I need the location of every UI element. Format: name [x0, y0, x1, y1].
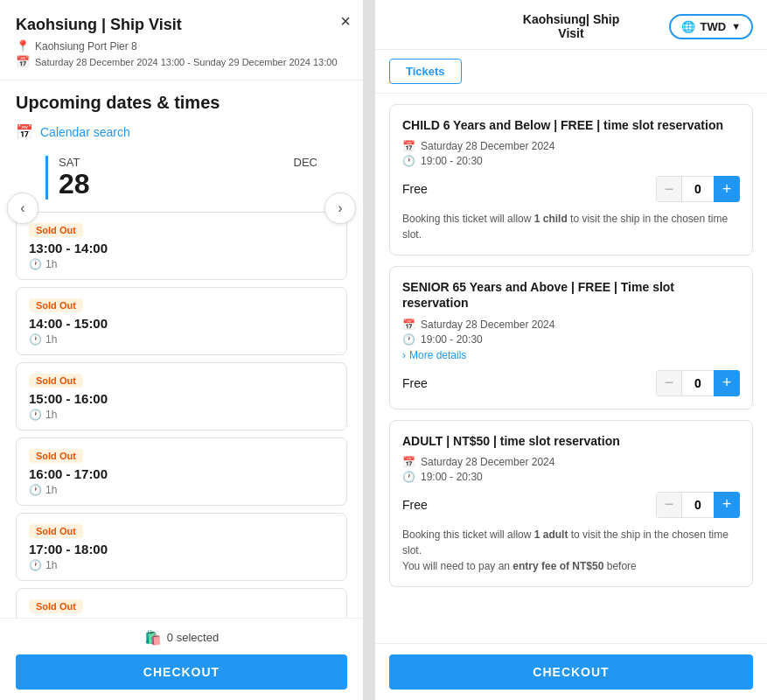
time-range: 13:00 - 14:00 [29, 241, 334, 256]
ticket-title-child: CHILD 6 Years and Below | FREE | time sl… [402, 117, 740, 133]
location-text: Kaohsiung Port Pier 8 [35, 40, 137, 52]
day-number: 28 [59, 169, 317, 200]
globe-icon: 🌐 [681, 20, 695, 33]
more-details-row[interactable]: › More details [402, 349, 740, 361]
clock-icon: 🕐 [29, 409, 42, 421]
ticket-price-child: Free [402, 182, 428, 196]
ticket-price-adult: Free [402, 498, 428, 512]
calendar-icon-small: 📅 [16, 55, 30, 68]
panel-divider [363, 0, 375, 700]
qty-plus-adult[interactable]: + [714, 492, 740, 518]
qty-value-adult: 0 [682, 492, 714, 518]
selected-count-text: 0 selected [167, 631, 219, 644]
sold-out-badge: Sold Out [29, 599, 83, 613]
time-slot-card[interactable]: Sold Out 16:00 - 17:00 🕐 1h [16, 438, 347, 506]
day-name: SAT [59, 156, 80, 169]
currency-button[interactable]: 🌐 TWD ▼ [669, 14, 754, 39]
time-range: 17:00 - 18:00 [29, 542, 334, 556]
ticket-price-row-child: Free − 0 + [402, 176, 740, 202]
ticket-date-text: Saturday 28 December 2024 [421, 456, 554, 468]
selected-count-row: 🛍️ 0 selected [144, 629, 219, 646]
quantity-control-adult: − 0 + [656, 492, 740, 518]
duration-row: 🕐 1h [29, 559, 334, 571]
duration: 1h [45, 258, 57, 270]
calendar-search-icon: 📅 [16, 123, 33, 140]
ticket-time-child: 🕐 19:00 - 20:30 [402, 155, 740, 167]
duration-row: 🕐 1h [29, 333, 334, 346]
right-panel: Kaohsiung| Ship Visit 🌐 TWD ▼ Tickets CH… [375, 0, 767, 700]
right-footer: CHECKOUT [375, 643, 767, 700]
qty-plus-child[interactable]: + [714, 176, 740, 202]
ticket-title-adult: ADULT | NT$50 | time slot reservation [402, 433, 740, 449]
time-range: 16:00 - 17:00 [29, 466, 334, 481]
partial-time-slot[interactable]: Sold Out [16, 588, 347, 618]
ticket-card-child: CHILD 6 Years and Below | FREE | time sl… [389, 104, 753, 256]
sold-out-badge: Sold Out [29, 524, 83, 538]
clock-icon: 🕐 [29, 559, 42, 571]
clock-icon: 🕐 [402, 333, 415, 346]
ticket-time-adult: 🕐 19:00 - 20:30 [402, 471, 740, 483]
upcoming-title: Upcoming dates & times [16, 93, 347, 113]
duration: 1h [45, 559, 57, 571]
ticket-time-text: 19:00 - 20:30 [421, 471, 483, 483]
date-range-text: Saturday 28 December 2024 13:00 - Sunday… [35, 57, 338, 67]
calendar-icon: 📅 [402, 140, 415, 152]
close-button[interactable]: × [340, 12, 351, 30]
sold-out-badge: Sold Out [29, 449, 83, 463]
ticket-title-senior: SENIOR 65 Years and Above | FREE | Time … [402, 279, 740, 311]
qty-minus-adult[interactable]: − [656, 492, 682, 518]
chevron-down-icon: ▼ [731, 21, 741, 32]
right-title: Kaohsiung| Ship Visit [511, 12, 632, 40]
ticket-price-row-adult: Free − 0 + [402, 492, 740, 518]
clock-icon: 🕐 [29, 484, 42, 496]
qty-minus-senior[interactable]: − [656, 370, 682, 396]
currency-label: TWD [701, 20, 727, 33]
time-range: 15:00 - 16:00 [29, 391, 334, 406]
month-name: DEC [294, 156, 317, 169]
checkout-button-right[interactable]: CHECKOUT [389, 654, 753, 690]
right-header: Kaohsiung| Ship Visit 🌐 TWD ▼ [375, 0, 767, 50]
checkout-button-left[interactable]: CHECKOUT [16, 654, 347, 690]
ticket-card-senior: SENIOR 65 Years and Above | FREE | Time … [389, 266, 753, 409]
calendar-search-label: Calendar search [40, 125, 130, 139]
ticket-cards-container: CHILD 6 Years and Below | FREE | time sl… [375, 94, 767, 643]
duration-row: 🕐 1h [29, 484, 334, 496]
time-slot-card[interactable]: Sold Out 14:00 - 15:00 🕐 1h [16, 287, 347, 355]
clock-icon: 🕐 [29, 258, 42, 270]
ticket-price-row-senior: Free − 0 + [402, 370, 740, 396]
ticket-date-text: Saturday 28 December 2024 [421, 318, 554, 331]
date-row: 📅 Saturday 28 December 2024 13:00 - Sund… [16, 55, 347, 68]
calendar-icon: 📅 [402, 318, 415, 331]
ticket-time-text: 19:00 - 20:30 [421, 333, 483, 346]
ticket-date-child: 📅 Saturday 28 December 2024 [402, 140, 740, 152]
ticket-price-senior: Free [402, 376, 428, 390]
date-label-block: SAT DEC 28 [45, 156, 317, 200]
qty-minus-child[interactable]: − [656, 176, 682, 202]
time-slot-card[interactable]: Sold Out 13:00 - 14:00 🕐 1h [16, 212, 347, 280]
time-slot-card[interactable]: Sold Out 15:00 - 16:00 🕐 1h [16, 362, 347, 430]
prev-date-button[interactable]: ‹ [7, 192, 38, 224]
left-footer: 🛍️ 0 selected CHECKOUT [0, 618, 363, 700]
ticket-time-senior: 🕐 19:00 - 20:30 [402, 333, 740, 346]
time-range: 14:00 - 15:00 [29, 316, 334, 331]
clock-icon: 🕐 [29, 333, 42, 346]
calendar-search-row[interactable]: 📅 Calendar search [16, 123, 347, 140]
upcoming-section: Upcoming dates & times 📅 Calendar search [0, 80, 363, 156]
qty-plus-senior[interactable]: + [714, 370, 740, 396]
ticket-date-adult: 📅 Saturday 28 December 2024 [402, 456, 740, 468]
tabs-row: Tickets [375, 50, 767, 94]
calendar-icon: 📅 [402, 456, 415, 468]
quantity-control-child: − 0 + [656, 176, 740, 202]
location-pin-icon: 📍 [16, 39, 30, 52]
time-slot-card[interactable]: Sold Out 17:00 - 18:00 🕐 1h [16, 513, 347, 581]
tab-tickets[interactable]: Tickets [389, 59, 462, 84]
next-date-button[interactable]: › [324, 192, 356, 224]
duration-row: 🕐 1h [29, 258, 334, 270]
more-details-label: More details [409, 349, 466, 361]
time-slots-container: Sold Out 13:00 - 14:00 🕐 1h Sold Out 14:… [0, 212, 363, 618]
sold-out-badge: Sold Out [29, 374, 83, 388]
ticket-date-text: Saturday 28 December 2024 [421, 140, 554, 152]
sold-out-badge: Sold Out [29, 298, 83, 312]
ticket-card-adult: ADULT | NT$50 | time slot reservation 📅 … [389, 420, 753, 587]
location-row: 📍 Kaohsiung Port Pier 8 [16, 39, 347, 52]
